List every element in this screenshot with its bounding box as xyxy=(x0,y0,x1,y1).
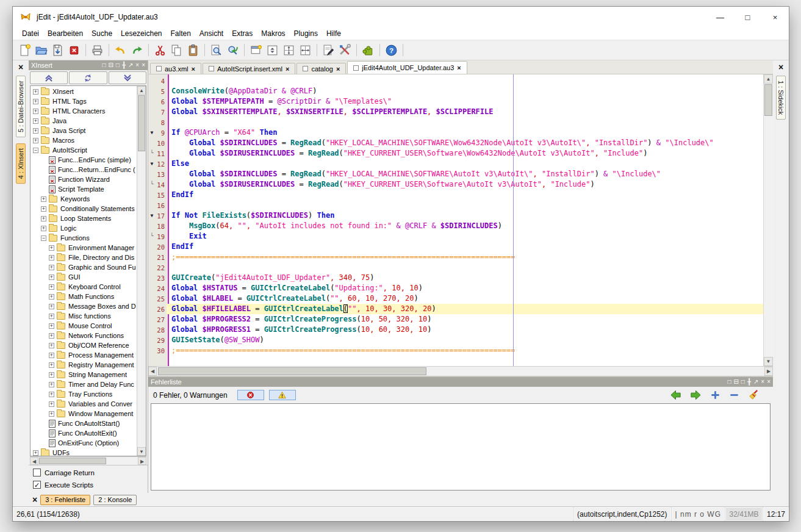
maximize-button[interactable]: □ xyxy=(734,7,761,27)
bottom-dock-2-konsole[interactable]: 2 : Konsole xyxy=(93,495,137,505)
code-text[interactable]: EndIf xyxy=(167,242,763,252)
expand-icon[interactable]: + xyxy=(49,401,54,407)
tree-item-tray-functions[interactable]: +Tray Functions xyxy=(31,389,137,399)
new-file-button[interactable] xyxy=(16,42,33,59)
find-replace-button[interactable] xyxy=(224,42,241,59)
expand-icon[interactable]: + xyxy=(49,411,54,417)
editor-vertical-scrollbar[interactable]: ▲ ▼ xyxy=(763,74,773,366)
minimize-button[interactable]: — xyxy=(706,7,734,27)
help-button[interactable]: ? xyxy=(383,42,400,59)
error-list-content[interactable] xyxy=(151,403,770,491)
code-text[interactable]: Global $HPROGRESS2 = GUICtrlCreateProgre… xyxy=(167,314,763,325)
expand-icon[interactable]: + xyxy=(49,372,54,378)
tree-item-misc-functions[interactable]: +Misc functions xyxy=(31,311,137,321)
refresh-button[interactable] xyxy=(69,71,107,84)
tree-horizontal-scrollbar[interactable]: ◀ ▶ xyxy=(30,456,146,465)
close-left-dock-icon[interactable]: × xyxy=(18,63,23,71)
undo-button[interactable] xyxy=(112,42,129,59)
code-text[interactable]: Global $HSTATUS = GUICtrlCreateLabel("Up… xyxy=(167,283,763,293)
tree-vertical-scrollbar[interactable]: ▲ ▼ xyxy=(137,86,146,456)
expand-all-button[interactable] xyxy=(109,71,146,84)
code-text[interactable]: Global $SDIRINCLUDES = RegRead("HKEY_LOC… xyxy=(167,138,763,148)
code-text[interactable]: ;=======================================… xyxy=(167,252,763,262)
code-text[interactable] xyxy=(167,76,763,86)
expand-icon[interactable]: + xyxy=(33,118,38,124)
expand-icon[interactable]: + xyxy=(49,304,54,309)
menu-lesezeichen[interactable]: Lesezeichen xyxy=(117,28,166,39)
toggle-warnings-button[interactable] xyxy=(269,390,296,400)
tree-item-func-endfunc-simple[interactable]: Func...EndFunc (simple) xyxy=(31,155,137,165)
code-text[interactable] xyxy=(167,200,763,210)
code-text[interactable]: Global $SDIRINCLUDES = RegRead("HKEY_LOC… xyxy=(167,169,763,179)
expand-icon[interactable]: + xyxy=(49,343,54,348)
expand-icon[interactable]: + xyxy=(33,138,38,143)
scroll-right-icon[interactable]: ▶ xyxy=(138,457,146,465)
clear-button[interactable] xyxy=(748,389,760,401)
expand-icon[interactable]: + xyxy=(49,353,54,358)
expand-icon[interactable]: + xyxy=(49,314,54,319)
editor-scroll-thumb[interactable] xyxy=(764,84,772,116)
code-text[interactable]: If Not FileExists($SDIRINCLUDES) Then xyxy=(167,210,763,221)
menu-extras[interactable]: Extras xyxy=(228,28,257,39)
code-text[interactable] xyxy=(167,262,763,273)
tree-item-file-directory-and-dis[interactable]: +File, Directory and Dis xyxy=(31,253,137,262)
expand-icon[interactable]: + xyxy=(49,265,54,270)
tree-item-conditionally-statements[interactable]: +Conditionally Statements xyxy=(31,204,137,214)
maximize-icon[interactable]: □ xyxy=(116,62,120,68)
code-text[interactable]: Global $HPROGRESS1 = GUICtrlCreateProgre… xyxy=(167,325,763,335)
tree-hscroll-thumb[interactable] xyxy=(39,458,106,464)
tree-scroll-thumb[interactable] xyxy=(138,95,145,151)
close-right-dock-icon[interactable]: × xyxy=(778,63,783,71)
tree-item-obj-com-reference[interactable]: +Obj/COM Reference xyxy=(31,340,137,350)
buffer-options-button[interactable] xyxy=(320,42,337,59)
expand-icon[interactable]: + xyxy=(49,323,54,329)
tree-item-mouse-control[interactable]: +Mouse Control xyxy=(31,321,137,331)
tab-close-icon[interactable]: × xyxy=(457,64,461,71)
code-text[interactable]: ConsoleWrite(@AppDataDir & @CRLF) xyxy=(167,86,763,96)
pin-icon[interactable]: ╂ xyxy=(122,62,126,68)
code-text[interactable]: Global $SDIRUSERINCLUDES = RegRead("HKEY… xyxy=(167,148,763,159)
print-button[interactable] xyxy=(89,42,106,59)
tree-item-script-template[interactable]: Script Template xyxy=(31,184,137,194)
expand-icon[interactable]: + xyxy=(33,99,38,104)
code-text[interactable]: Global $SXINSERTTEMPLATE, $SXINSERTFILE,… xyxy=(167,107,763,117)
tree-item-network-functions[interactable]: +Network Functions xyxy=(31,331,137,340)
tree-item-xinsert[interactable]: +XInsert xyxy=(31,87,137,96)
tree-item-onexitfunc-option[interactable]: OnExitFunc (Option) xyxy=(31,438,137,448)
tree-item-html-tags[interactable]: +HTML Tags xyxy=(31,96,137,106)
checkbox-carriage-return[interactable]: Carriage Return xyxy=(33,469,143,476)
menu-makros[interactable]: Makros xyxy=(257,28,289,39)
menu-datei[interactable]: Datei xyxy=(18,28,43,39)
collapse-icon[interactable]: − xyxy=(41,235,46,241)
close-buffer-button[interactable] xyxy=(66,42,82,59)
shade-icon[interactable]: ⊟ xyxy=(733,379,738,385)
menu-falten[interactable]: Falten xyxy=(166,28,195,39)
split-vertical-button[interactable] xyxy=(297,42,314,59)
code-text[interactable]: Global $HLABEL = GUICtrlCreateLabel("", … xyxy=(167,293,763,304)
copy-button[interactable] xyxy=(168,42,185,59)
tree-item-registry-management[interactable]: +Registry Management xyxy=(31,360,137,370)
checkbox-icon[interactable]: ✓ xyxy=(33,481,41,489)
fold-open-icon[interactable]: ▼ xyxy=(148,210,156,221)
code-text[interactable]: Else xyxy=(167,159,763,169)
tree-item-autoitscript[interactable]: −AutoItScript xyxy=(31,145,137,155)
tree-item-loop-statements[interactable]: +Loop Statements xyxy=(31,214,137,223)
scroll-down-icon[interactable]: ▼ xyxy=(137,447,146,456)
expand-icon[interactable]: + xyxy=(41,216,46,221)
expand-icon[interactable]: + xyxy=(49,362,54,368)
expand-icon[interactable]: + xyxy=(33,128,38,134)
tree-item-keywords[interactable]: +Keywords xyxy=(31,194,137,204)
caret-position-status[interactable]: 26,61 (1154/12638) xyxy=(13,507,573,521)
expand-icon[interactable]: + xyxy=(41,206,46,212)
editor-hscroll-thumb[interactable] xyxy=(158,367,426,375)
previous-error-button[interactable] xyxy=(670,389,681,401)
paste-button[interactable] xyxy=(185,42,201,59)
expand-icon[interactable]: + xyxy=(49,294,54,300)
collapse-all-button[interactable] xyxy=(729,390,739,400)
tab-close-icon[interactable]: × xyxy=(286,65,289,73)
tree-item-math-functions[interactable]: +Math Functions xyxy=(31,292,137,301)
menu-hilfe[interactable]: Hilfe xyxy=(322,28,345,39)
tree-item-macros[interactable]: +Macros xyxy=(31,135,137,145)
collapse-icon[interactable]: − xyxy=(33,148,38,153)
tree-item-udfs[interactable]: +UDFs xyxy=(31,448,137,456)
